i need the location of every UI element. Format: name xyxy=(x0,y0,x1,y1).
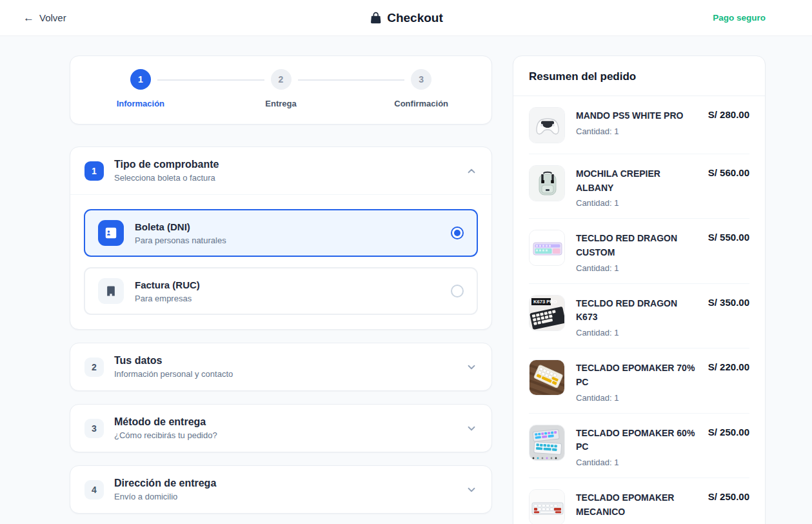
checkout-header: ← Volver Checkout Pago seguro xyxy=(0,0,812,36)
product-quantity: Cantidad: 1 xyxy=(576,458,697,467)
step-circle: 3 xyxy=(411,69,431,90)
progress-stepper: 1 Información 2 Entrega 3 Confirmación xyxy=(70,55,492,125)
step-label: Confirmación xyxy=(394,99,448,108)
product-price: S/ 280.00 xyxy=(708,107,749,120)
product-name: TECLDO RED DRAGON CUSTOM xyxy=(576,232,697,259)
step-entrega[interactable]: 2 Entrega xyxy=(211,69,352,108)
checkout-content: 1 Información 2 Entrega 3 Confirmación 1… xyxy=(0,36,812,524)
section-tus-datos: 2 Tus datos Información personal y conta… xyxy=(70,343,492,391)
chevron-down-icon xyxy=(466,423,477,434)
radio-factura[interactable] xyxy=(451,285,464,297)
order-summary: Resumen del pedido MANDO PS5 WHITE PRO C… xyxy=(513,55,766,524)
back-arrow-icon: ← xyxy=(23,12,34,23)
option-subtitle: Para empresas xyxy=(135,294,200,303)
product-name: MANDO PS5 WHITE PRO xyxy=(576,109,697,123)
section-subtitle: Selecciona boleta o factura xyxy=(114,173,219,183)
product-price: S/ 250.00 xyxy=(708,425,749,438)
section-header-tus-datos[interactable]: 2 Tus datos Información personal y conta… xyxy=(70,343,491,390)
section-title: Método de entrega xyxy=(114,416,217,428)
order-item-teclado-k673: K673 PRO TECLDO RED DRAGON K673 Cantidad… xyxy=(529,284,749,348)
section-subtitle: Información personal y contacto xyxy=(114,369,233,379)
section-title: Dirección de entrega xyxy=(114,478,216,489)
building-icon xyxy=(98,278,124,304)
product-name: TECLADO EPOMAKER 70% PC xyxy=(576,361,697,389)
product-image-text: K673 PRO xyxy=(533,299,557,305)
section-metodo-de-entrega: 3 Método de entrega ¿Cómo recibirás tu p… xyxy=(70,404,492,452)
product-price: S/ 250.00 xyxy=(708,489,749,502)
product-price: S/ 350.00 xyxy=(708,295,749,308)
page-title-text: Checkout xyxy=(387,11,443,25)
page-title: Checkout xyxy=(369,11,443,25)
section-subtitle: ¿Cómo recibirás tu pedido? xyxy=(114,430,217,440)
product-quantity: Cantidad: 1 xyxy=(576,328,697,338)
option-title: Boleta (DNI) xyxy=(135,221,226,232)
step-informacion[interactable]: 1 Información xyxy=(70,69,211,108)
section-number-badge: 2 xyxy=(84,358,104,377)
back-label: Volver xyxy=(39,12,66,23)
product-image-keyboard-epomaker-mecanico xyxy=(529,489,565,524)
product-price: S/ 550.00 xyxy=(708,230,749,243)
option-factura-ruc[interactable]: Factura (RUC) Para empresas xyxy=(84,267,478,315)
product-image-keyboard-pastel xyxy=(529,230,565,266)
back-button[interactable]: ← Volver xyxy=(23,12,66,23)
id-card-icon xyxy=(98,220,124,246)
section-number-badge: 1 xyxy=(84,161,104,181)
chevron-down-icon xyxy=(466,484,477,496)
order-item-teclado-custom: TECLDO RED DRAGON CUSTOM Cantidad: 1 S/ … xyxy=(529,219,749,283)
order-summary-title: Resumen del pedido xyxy=(513,56,765,96)
product-image-ps5-controller xyxy=(529,107,565,143)
product-name: TECLDO RED DRAGON K673 xyxy=(576,297,697,325)
section-header-metodo-de-entrega[interactable]: 3 Método de entrega ¿Cómo recibirás tu p… xyxy=(70,405,491,452)
section-header-direccion-de-entrega[interactable]: 4 Dirección de entrega Envío a domicilio xyxy=(70,466,491,513)
product-image-keyboard-epomaker-60 xyxy=(529,425,565,461)
step-confirmacion[interactable]: 3 Confirmación xyxy=(351,69,491,108)
step-circle: 2 xyxy=(271,69,292,90)
step-circle: 1 xyxy=(130,69,151,90)
invoice-type-options: Boleta (DNI) Para personas naturales Fac… xyxy=(70,194,491,329)
product-image-backpack xyxy=(529,165,565,201)
section-number-badge: 3 xyxy=(84,419,104,438)
product-image-keyboard-k673: K673 PRO xyxy=(529,295,565,331)
checkout-main-column: 1 Información 2 Entrega 3 Confirmación 1… xyxy=(70,55,492,524)
option-title: Factura (RUC) xyxy=(135,279,200,290)
product-price: S/ 560.00 xyxy=(708,165,749,178)
product-name: TECLADO EPOMAKER 60% PC xyxy=(576,427,697,454)
product-quantity: Cantidad: 1 xyxy=(576,126,697,136)
shopping-bag-icon xyxy=(369,12,382,25)
order-item-epomaker-60: TECLADO EPOMAKER 60% PC Cantidad: 1 S/ 2… xyxy=(529,414,749,478)
step-label: Información xyxy=(117,99,164,108)
product-quantity: Cantidad: 1 xyxy=(576,263,697,273)
section-title: Tus datos xyxy=(114,355,233,367)
order-item-epomaker-70: TECLADO EPOMAKER 70% PC Cantidad: 1 S/ 2… xyxy=(529,348,749,413)
section-tipo-de-comprobante: 1 Tipo de comprobante Selecciona boleta … xyxy=(70,146,492,330)
section-direccion-de-entrega: 4 Dirección de entrega Envío a domicilio xyxy=(70,465,492,514)
product-quantity: Cantidad: 1 xyxy=(576,198,697,208)
order-item-mando-ps5: MANDO PS5 WHITE PRO Cantidad: 1 S/ 280.0… xyxy=(529,96,749,154)
section-header-tipo-de-comprobante[interactable]: 1 Tipo de comprobante Selecciona boleta … xyxy=(70,147,491,194)
section-title: Tipo de comprobante xyxy=(114,159,219,170)
product-name: TECLADO EPOMAKER MECANICO xyxy=(576,491,697,519)
product-quantity: Cantidad: 1 xyxy=(576,393,697,403)
order-item-mochila: MOCHILA CREPIER ALBANY Cantidad: 1 S/ 56… xyxy=(529,154,749,219)
step-label: Entrega xyxy=(265,99,296,108)
radio-boleta[interactable] xyxy=(451,227,464,239)
chevron-down-icon xyxy=(466,361,477,373)
section-subtitle: Envío a domicilio xyxy=(114,492,216,501)
option-boleta-dni[interactable]: Boleta (DNI) Para personas naturales xyxy=(84,209,478,257)
chevron-up-icon xyxy=(466,165,477,177)
section-number-badge: 4 xyxy=(84,480,104,499)
order-item-epomaker-mecanico: TECLADO EPOMAKER MECANICO Cantidad: 1 S/… xyxy=(529,478,749,524)
product-image-keyboard-epomaker-70 xyxy=(529,359,565,396)
order-summary-items: MANDO PS5 WHITE PRO Cantidad: 1 S/ 280.0… xyxy=(513,96,765,524)
secure-payment-badge: Pago seguro xyxy=(713,13,766,23)
product-price: S/ 220.00 xyxy=(708,359,749,372)
product-name: MOCHILA CREPIER ALBANY xyxy=(576,167,697,195)
option-subtitle: Para personas naturales xyxy=(135,236,226,245)
